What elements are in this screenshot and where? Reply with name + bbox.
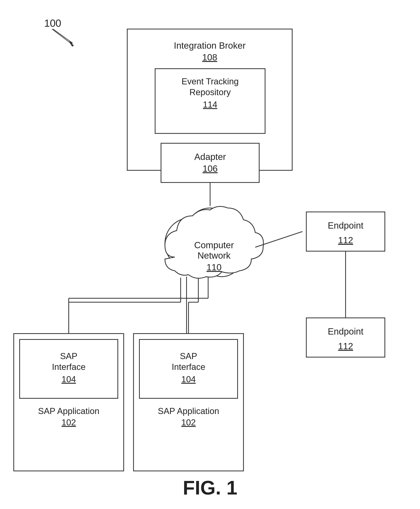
svg-text:Endpoint: Endpoint bbox=[328, 326, 363, 337]
svg-text:112: 112 bbox=[338, 235, 353, 245]
svg-rect-9 bbox=[161, 143, 259, 183]
svg-text:102: 102 bbox=[61, 418, 76, 427]
svg-point-13 bbox=[165, 218, 216, 269]
svg-point-15 bbox=[204, 218, 255, 269]
svg-rect-49 bbox=[139, 339, 238, 398]
diagram: Integration Broker 108 Event Tracking Re… bbox=[0, 0, 420, 509]
svg-rect-48 bbox=[134, 334, 243, 471]
svg-point-16 bbox=[179, 237, 218, 277]
svg-text:Interface: Interface bbox=[52, 362, 85, 372]
svg-text:FIG. 1: FIG. 1 bbox=[183, 477, 237, 499]
svg-text:Interface: Interface bbox=[172, 362, 205, 372]
svg-text:Repository: Repository bbox=[189, 87, 231, 97]
svg-point-14 bbox=[187, 208, 234, 255]
svg-line-62 bbox=[52, 29, 74, 45]
svg-rect-2 bbox=[127, 29, 292, 170]
svg-marker-1 bbox=[69, 41, 73, 45]
svg-line-33 bbox=[255, 232, 302, 247]
svg-text:Adapter: Adapter bbox=[194, 152, 226, 162]
svg-rect-5 bbox=[155, 69, 265, 133]
svg-text:102: 102 bbox=[181, 418, 195, 427]
svg-rect-41 bbox=[14, 334, 124, 471]
svg-marker-63 bbox=[70, 43, 74, 47]
svg-point-20 bbox=[205, 219, 255, 268]
svg-text:100: 100 bbox=[44, 17, 61, 29]
svg-text:Endpoint: Endpoint bbox=[328, 220, 363, 230]
svg-rect-34 bbox=[306, 212, 385, 251]
svg-text:108: 108 bbox=[202, 52, 217, 62]
svg-rect-42 bbox=[20, 339, 118, 398]
svg-text:SAP: SAP bbox=[180, 351, 197, 361]
svg-text:Event Tracking: Event Tracking bbox=[181, 76, 239, 86]
svg-text:Network: Network bbox=[197, 250, 231, 261]
svg-text:104: 104 bbox=[61, 374, 76, 384]
svg-text:106: 106 bbox=[203, 163, 218, 174]
svg-point-19 bbox=[187, 209, 233, 254]
svg-point-22 bbox=[203, 238, 241, 276]
svg-text:Computer: Computer bbox=[194, 240, 234, 250]
svg-point-18 bbox=[166, 219, 215, 268]
svg-text:SAP Application: SAP Application bbox=[158, 406, 219, 416]
svg-line-0 bbox=[53, 29, 73, 43]
svg-text:SAP: SAP bbox=[60, 351, 77, 361]
svg-rect-38 bbox=[306, 318, 385, 357]
svg-text:SAP Application: SAP Application bbox=[38, 406, 99, 416]
svg-text:Integration Broker: Integration Broker bbox=[174, 40, 246, 51]
svg-point-17 bbox=[202, 237, 241, 277]
svg-text:110: 110 bbox=[207, 262, 222, 272]
svg-text:104: 104 bbox=[181, 374, 195, 384]
svg-point-21 bbox=[180, 238, 217, 276]
svg-text:112: 112 bbox=[338, 341, 353, 351]
svg-text:114: 114 bbox=[203, 100, 217, 109]
